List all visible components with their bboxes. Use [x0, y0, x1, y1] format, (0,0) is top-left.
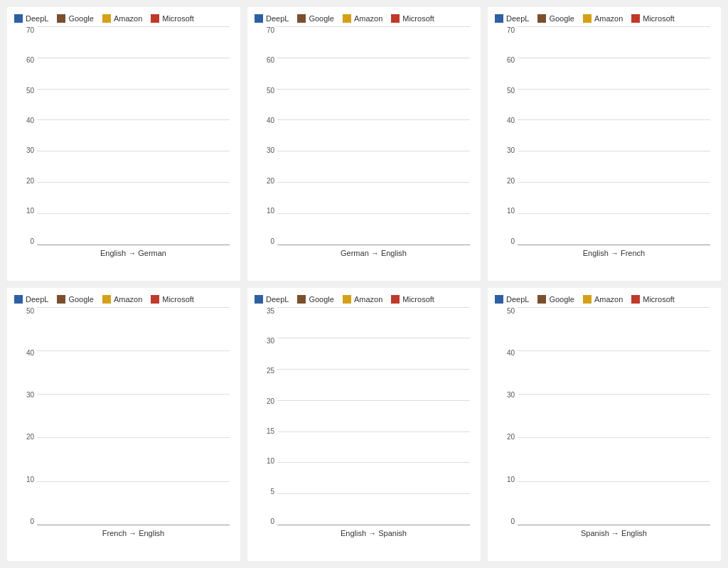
y-tick-30: 30	[14, 392, 34, 399]
bars-grid-fr-eng	[37, 308, 230, 526]
legend-label-microsoft: Microsoft	[402, 14, 434, 23]
y-tick-20: 20	[495, 178, 515, 185]
legend-color-google	[57, 14, 65, 23]
legend-label-deepl: DeepL	[26, 14, 48, 23]
y-tick-40: 40	[14, 350, 34, 357]
y-tick-70: 70	[14, 27, 34, 34]
y-tick-20: 20	[255, 398, 274, 405]
base-line	[518, 245, 710, 245]
legend-color-google	[297, 295, 306, 304]
legend-item-microsoft: Microsoft	[151, 14, 194, 23]
y-tick-60: 60	[14, 57, 34, 64]
legend-color-amazon	[343, 295, 351, 304]
chart-ger-eng: DeepLGoogleAmazonMicrosoft01020304050607…	[247, 7, 481, 281]
legend-color-google	[537, 14, 546, 23]
legend-color-amazon	[583, 14, 592, 23]
bars-wrapper-fr-eng	[37, 308, 230, 526]
legend-item-google: Google	[297, 14, 333, 23]
legend-color-deepl	[14, 295, 23, 304]
chart-es-eng: DeepLGoogleAmazonMicrosoft01020304050Spa…	[488, 288, 721, 562]
bars-grid-es-eng	[518, 308, 710, 526]
legend-item-amazon: Amazon	[102, 295, 142, 304]
legend-color-microsoft	[631, 14, 640, 23]
bars-wrapper-eng-es	[277, 308, 470, 526]
y-tick-0: 0	[255, 238, 274, 245]
y-tick-0: 0	[495, 518, 515, 525]
y-tick-50: 50	[255, 87, 274, 95]
legend-item-deepl: DeepL	[14, 14, 48, 23]
base-line	[277, 245, 470, 245]
legend-color-deepl	[14, 14, 23, 23]
legend-label-google: Google	[309, 14, 333, 23]
base-line	[37, 525, 230, 525]
y-axis-eng-ger: 010203040506070	[14, 27, 34, 245]
bars-grid-eng-es	[277, 308, 470, 526]
legend-item-deepl: DeepL	[14, 295, 48, 304]
legend-item-deepl: DeepL	[255, 295, 289, 304]
y-axis-es-eng: 01020304050	[495, 308, 515, 526]
legend-item-microsoft: Microsoft	[391, 14, 434, 23]
legend-eng-es: DeepLGoogleAmazonMicrosoft	[255, 295, 473, 304]
y-tick-20: 20	[14, 178, 34, 185]
base-line	[37, 245, 230, 245]
y-tick-35: 35	[255, 308, 274, 315]
x-label-eng-ger: English → German	[37, 247, 230, 259]
y-tick-0: 0	[495, 238, 515, 245]
legend-color-google	[297, 14, 306, 23]
x-label-ger-eng: German → English	[277, 247, 470, 259]
legend-item-google: Google	[57, 295, 93, 304]
bars-grid-ger-eng	[277, 27, 470, 245]
legend-item-deepl: DeepL	[255, 14, 289, 23]
legend-item-amazon: Amazon	[102, 14, 142, 23]
legend-label-amazon: Amazon	[114, 14, 142, 23]
y-tick-60: 60	[255, 57, 274, 64]
legend-color-microsoft	[631, 295, 640, 304]
y-tick-0: 0	[14, 518, 34, 525]
y-axis-ger-eng: 010203040506070	[255, 27, 274, 245]
legend-item-microsoft: Microsoft	[631, 14, 675, 23]
y-tick-10: 10	[14, 476, 34, 483]
y-tick-10: 10	[255, 458, 274, 465]
bars-wrapper-ger-eng	[277, 27, 470, 245]
y-tick-25: 25	[255, 368, 274, 375]
x-label-eng-es: English → Spanish	[277, 527, 470, 540]
y-tick-40: 40	[495, 117, 515, 124]
legend-label-google: Google	[68, 14, 93, 23]
chart-eng-es: DeepLGoogleAmazonMicrosoft05101520253035…	[247, 288, 481, 562]
legend-label-deepl: DeepL	[266, 295, 289, 304]
y-tick-30: 30	[495, 392, 515, 399]
legend-label-amazon: Amazon	[354, 14, 382, 23]
legend-item-microsoft: Microsoft	[631, 295, 675, 304]
bars-grid-eng-ger	[37, 27, 230, 245]
legend-label-amazon: Amazon	[594, 14, 623, 23]
chart-area-es-eng: 01020304050Spanish → English	[495, 308, 714, 540]
y-tick-70: 70	[495, 27, 515, 34]
chart-area-eng-fr: 010203040506070English → French	[495, 27, 714, 259]
y-tick-0: 0	[255, 518, 274, 525]
legend-label-microsoft: Microsoft	[162, 14, 194, 23]
legend-color-amazon	[583, 295, 592, 304]
y-tick-10: 10	[495, 208, 515, 215]
y-tick-0: 0	[14, 238, 34, 245]
charts-grid: DeepLGoogleAmazonMicrosoft01020304050607…	[0, 0, 728, 568]
legend-item-microsoft: Microsoft	[151, 295, 194, 304]
legend-label-deepl: DeepL	[266, 14, 289, 23]
x-label-eng-fr: English → French	[518, 247, 710, 259]
chart-eng-fr: DeepLGoogleAmazonMicrosoft01020304050607…	[488, 7, 721, 281]
legend-label-microsoft: Microsoft	[162, 295, 194, 304]
chart-area-fr-eng: 01020304050French → English	[14, 308, 233, 540]
legend-es-eng: DeepLGoogleAmazonMicrosoft	[495, 295, 714, 304]
legend-color-microsoft	[151, 295, 159, 304]
y-tick-50: 50	[495, 87, 515, 95]
legend-color-amazon	[102, 14, 111, 23]
legend-item-microsoft: Microsoft	[391, 295, 434, 304]
legend-label-deepl: DeepL	[506, 295, 529, 304]
legend-color-deepl	[255, 14, 263, 23]
chart-area-eng-es: 05101520253035English → Spanish	[255, 308, 473, 540]
y-tick-20: 20	[14, 434, 34, 441]
legend-label-microsoft: Microsoft	[402, 295, 434, 304]
legend-label-microsoft: Microsoft	[643, 295, 675, 304]
legend-color-amazon	[102, 295, 111, 304]
y-tick-10: 10	[255, 208, 274, 215]
legend-color-deepl	[255, 295, 263, 304]
